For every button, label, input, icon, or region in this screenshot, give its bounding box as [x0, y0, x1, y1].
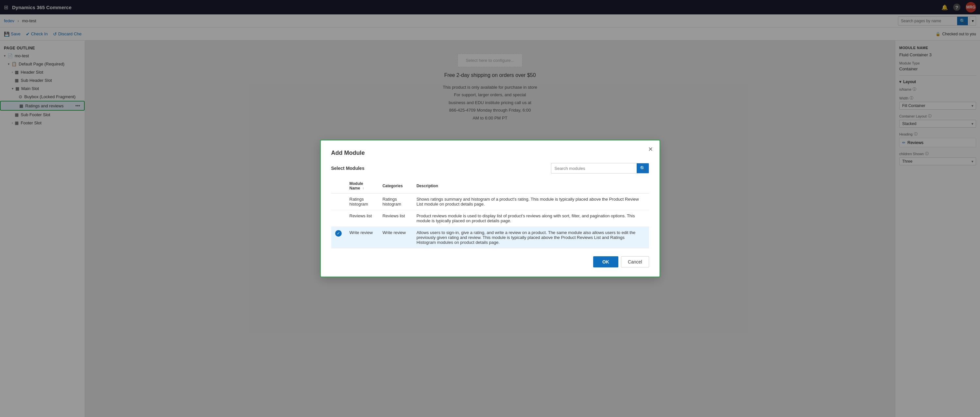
modal-search-input[interactable]: [551, 166, 636, 171]
row-check: [331, 193, 346, 210]
modal-search-button[interactable]: 🔍: [636, 163, 649, 173]
row-module-name: Write review: [346, 227, 379, 248]
row-module-name: Ratings histogram: [346, 193, 379, 210]
module-name-col-label: Module Name: [350, 181, 363, 190]
row-check: [331, 210, 346, 227]
table-row[interactable]: ✓ Write review Write review Allows users…: [331, 227, 649, 248]
col-check: [331, 179, 346, 193]
cancel-button[interactable]: Cancel: [621, 256, 649, 267]
row-category: Write review: [379, 227, 413, 248]
modal-select-label: Select Modules: [331, 166, 364, 171]
modal-close-button[interactable]: ✕: [648, 145, 653, 153]
ok-button[interactable]: OK: [593, 256, 618, 267]
row-check: ✓: [331, 227, 346, 248]
row-description: Product reviews module is used to displa…: [413, 210, 649, 227]
row-description: Allows users to sign-in, give a rating, …: [413, 227, 649, 248]
row-description: Shows ratings summary and histogram of a…: [413, 193, 649, 210]
modal-header: Select Modules 🔍: [331, 163, 649, 174]
module-table-body: Ratings histogram Ratings histogram Show…: [331, 193, 649, 248]
modal-search-bar: 🔍: [551, 163, 649, 174]
table-header-row: Module Name ↑ Categories Description: [331, 179, 649, 193]
table-row[interactable]: Ratings histogram Ratings histogram Show…: [331, 193, 649, 210]
modal-title: Add Module: [331, 150, 649, 157]
table-row[interactable]: Reviews list Reviews list Product review…: [331, 210, 649, 227]
add-module-modal: Add Module ✕ Select Modules 🔍 Module Nam…: [320, 140, 660, 277]
col-description: Description: [413, 179, 649, 193]
col-categories: Categories: [379, 179, 413, 193]
module-table: Module Name ↑ Categories Description Rat…: [331, 179, 649, 248]
row-category: Reviews list: [379, 210, 413, 227]
col-module-name: Module Name ↑: [346, 179, 379, 193]
sort-icon[interactable]: ↑: [363, 187, 364, 190]
row-category: Ratings histogram: [379, 193, 413, 210]
row-module-name: Reviews list: [346, 210, 379, 227]
selected-check-icon: ✓: [335, 230, 342, 236]
modal-overlay: Add Module ✕ Select Modules 🔍 Module Nam…: [0, 0, 980, 417]
modal-footer: OK Cancel: [331, 256, 649, 267]
